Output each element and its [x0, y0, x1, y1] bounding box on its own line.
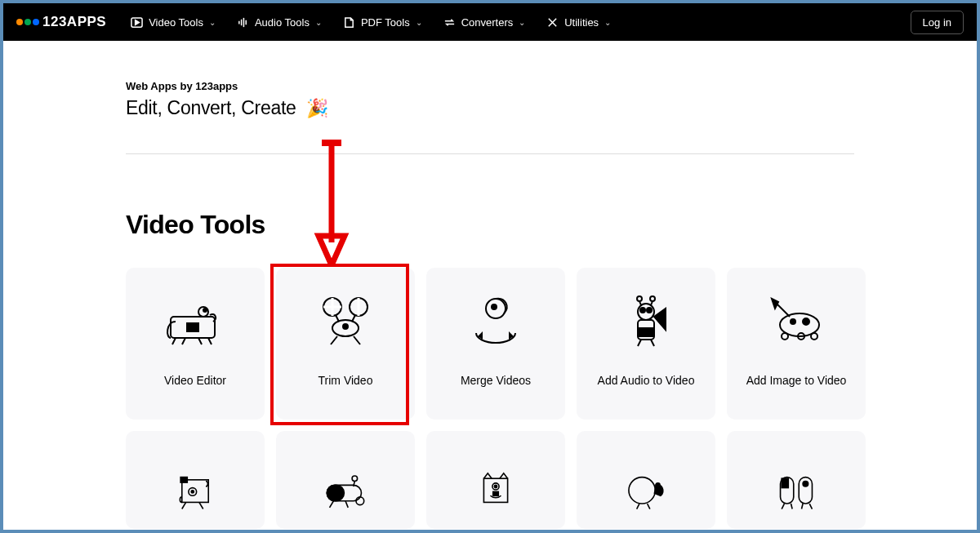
svg-point-25 [803, 318, 809, 325]
svg-rect-8 [187, 323, 198, 331]
svg-rect-42 [493, 491, 498, 495]
hero-eyebrow: Web Apps by 123apps [126, 80, 854, 92]
tools-grid: Video Editor Trim Video [126, 268, 854, 420]
svg-line-20 [639, 301, 641, 305]
chevron-down-icon: ⌄ [604, 18, 611, 27]
svg-point-14 [492, 304, 497, 309]
login-button[interactable]: Log in [911, 11, 964, 34]
svg-point-29 [811, 333, 817, 340]
chevron-down-icon: ⌄ [209, 18, 216, 27]
card-row2-2[interactable] [426, 431, 565, 529]
svg-point-43 [629, 477, 655, 504]
hero-tagline-text: Edit, Convert, Create [126, 97, 296, 118]
chevron-down-icon: ⌄ [416, 18, 422, 27]
illustration-snake-icon [460, 291, 532, 351]
card-row2-1[interactable] [276, 431, 415, 529]
svg-point-49 [803, 481, 808, 486]
card-label: Add Image to Video [746, 374, 847, 387]
nav-label: Video Tools [149, 16, 203, 29]
svg-point-17 [647, 308, 652, 313]
svg-rect-47 [782, 478, 788, 487]
tools-grid-row2 [126, 431, 854, 529]
card-add-audio[interactable]: Add Audio to Video [577, 268, 715, 420]
svg-line-21 [651, 301, 653, 305]
audio-icon [237, 16, 249, 29]
svg-point-41 [494, 485, 497, 487]
svg-rect-23 [639, 328, 653, 336]
main-nav: Video Tools ⌄ Audio Tools ⌄ PDF Tools ⌄ [131, 16, 611, 29]
svg-rect-31 [180, 477, 187, 482]
svg-rect-35 [327, 485, 344, 500]
logo-dot-2 [24, 19, 31, 25]
illustration-scroll-icon [159, 454, 231, 514]
illustration-chameleon-icon [159, 291, 231, 351]
svg-point-45 [657, 484, 658, 486]
svg-point-27 [782, 333, 788, 340]
chevron-down-icon: ⌄ [315, 18, 322, 27]
illustration-crab-icon [310, 291, 381, 351]
logo-dot-3 [33, 19, 39, 25]
nav-label: Utilities [564, 16, 599, 29]
card-row2-4[interactable] [727, 431, 866, 529]
illustration-bug-icon [760, 291, 832, 351]
nav-video-tools[interactable]: Video Tools ⌄ [131, 16, 216, 29]
nav-label: Audio Tools [255, 16, 310, 29]
card-label: Trim Video [318, 374, 373, 387]
svg-point-19 [650, 296, 655, 301]
svg-point-26 [791, 319, 795, 324]
header: 123APPS Video Tools ⌄ Audio Tools ⌄ [3, 3, 977, 41]
logo-dot-1 [16, 19, 23, 25]
card-merge-videos[interactable]: Merge Videos [426, 268, 565, 420]
hero-tagline: Edit, Convert, Create 🎉 [126, 97, 854, 119]
divider [126, 153, 854, 154]
illustration-people-icon [760, 454, 832, 514]
logo-text: 123APPS [42, 14, 106, 30]
page-frame: 123APPS Video Tools ⌄ Audio Tools ⌄ [0, 0, 980, 533]
nav-label: Converters [461, 16, 514, 29]
section-title: Video Tools [126, 210, 854, 240]
party-emoji-icon: 🎉 [306, 98, 328, 118]
nav-audio-tools[interactable]: Audio Tools ⌄ [237, 16, 322, 29]
hero: Web Apps by 123apps Edit, Convert, Creat… [126, 41, 854, 119]
illustration-bird-icon [610, 454, 682, 514]
svg-rect-30 [182, 480, 208, 503]
nav-utilities[interactable]: Utilities ⌄ [546, 16, 611, 29]
illustration-musician-icon [610, 291, 682, 351]
card-row2-0[interactable] [126, 431, 265, 529]
logo-dots [16, 19, 39, 25]
nav-pdf-tools[interactable]: PDF Tools ⌄ [343, 16, 422, 29]
illustration-cat-icon [460, 454, 532, 514]
utilities-icon [546, 16, 559, 29]
card-label: Video Editor [164, 374, 226, 387]
svg-point-33 [191, 491, 194, 493]
nav-converters[interactable]: Converters ⌄ [443, 16, 526, 29]
svg-point-18 [637, 296, 642, 301]
card-label: Add Audio to Video [598, 374, 695, 387]
card-video-editor[interactable]: Video Editor [126, 268, 265, 420]
pdf-icon [343, 16, 355, 29]
svg-point-36 [352, 476, 357, 481]
logo[interactable]: 123APPS [16, 14, 106, 30]
card-row2-3[interactable] [577, 431, 715, 529]
convert-icon [443, 16, 456, 29]
card-add-image[interactable]: Add Image to Video [727, 268, 866, 420]
card-trim-video[interactable]: Trim Video [276, 268, 415, 420]
svg-point-12 [343, 324, 348, 329]
play-icon [131, 16, 143, 29]
nav-label: PDF Tools [361, 16, 410, 29]
chevron-down-icon: ⌄ [519, 18, 525, 27]
svg-point-16 [640, 308, 645, 313]
svg-point-7 [203, 309, 207, 312]
main-content: Web Apps by 123apps Edit, Convert, Creat… [3, 41, 977, 529]
card-label: Merge Videos [461, 374, 531, 387]
illustration-capsule-icon [310, 454, 381, 514]
